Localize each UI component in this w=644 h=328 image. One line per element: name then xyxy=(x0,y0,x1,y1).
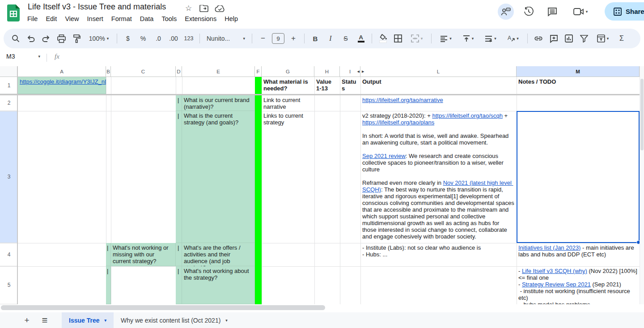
vertical-scrollbar-thumb[interactable] xyxy=(640,79,644,150)
cell-C4[interactable]: What's not working or missing with our c… xyxy=(111,243,176,266)
cell-D5[interactable]: | xyxy=(176,266,182,304)
last-edit-icon[interactable] xyxy=(498,4,514,20)
borders-button[interactable] xyxy=(391,32,405,45)
cell-E3[interactable]: What is the current strategy (and goals)… xyxy=(182,111,255,243)
column-header-D[interactable]: D xyxy=(176,66,182,77)
font-select[interactable]: Nunito... ▾ xyxy=(204,32,248,45)
row-header-1[interactable]: 1 xyxy=(0,77,18,94)
tab-why-we-exist[interactable]: Why we exist content list (Oct 2021) ▾ xyxy=(114,312,235,328)
menu-data[interactable]: Data xyxy=(136,14,158,24)
cell-E5[interactable]: What's not working about the strategy? xyxy=(182,266,255,304)
cell-L1[interactable]: Output xyxy=(360,77,517,94)
cell-link[interactable]: Strategy Review Sep 2021 xyxy=(522,281,591,288)
sheets-logo-icon[interactable] xyxy=(7,4,20,21)
cell-D2[interactable]: | xyxy=(176,95,182,111)
cell-link[interactable]: Sep 2021 review xyxy=(362,153,406,159)
cell-M4[interactable]: Initiatives list (Jan 2023) - main initi… xyxy=(517,243,640,266)
cell-E4[interactable]: What's are the offers / activities and t… xyxy=(182,243,255,266)
column-header-A[interactable]: A xyxy=(18,66,106,77)
row-header-2[interactable]: 2 xyxy=(0,95,18,111)
row-header-4[interactable]: 4 xyxy=(0,243,18,266)
horizontal-scrollbar-thumb[interactable] xyxy=(1,305,325,310)
column-header-C[interactable]: C xyxy=(111,66,176,77)
format-currency-button[interactable]: $ xyxy=(121,32,135,45)
cell-link[interactable]: Initiatives list (Jan 2023) xyxy=(518,244,580,251)
insert-link-icon[interactable] xyxy=(532,32,545,45)
cell-L4[interactable]: - Institute (Labs): not so clear who aud… xyxy=(360,243,517,266)
select-all-corner[interactable] xyxy=(0,66,18,77)
decrease-decimal-button[interactable]: .0 xyxy=(152,32,165,45)
document-title[interactable]: Life Itself v3 - Issue Tree and material… xyxy=(28,2,166,12)
column-header-H[interactable]: H xyxy=(314,66,340,77)
tab-issue-tree[interactable]: Issue Tree ▾ xyxy=(62,312,114,328)
horizontal-align-button[interactable]: ▾ xyxy=(436,32,456,45)
column-header-B[interactable]: B xyxy=(106,66,111,77)
search-icon[interactable] xyxy=(9,32,22,45)
cell-G2[interactable]: Link to current narrative xyxy=(262,95,314,111)
column-header-M[interactable]: M xyxy=(517,66,640,77)
menu-tools[interactable]: Tools xyxy=(157,14,181,24)
cell-G1[interactable]: What material is needed? xyxy=(262,77,314,94)
insert-comment-icon[interactable] xyxy=(547,32,560,45)
cell-L3[interactable]: v2 strategy (2018-2020): + https://lifei… xyxy=(360,111,517,243)
text-rotation-button[interactable]: A ▾ xyxy=(503,32,523,45)
formula-input[interactable] xyxy=(67,53,635,63)
menu-file[interactable]: File xyxy=(23,14,42,24)
cell-B5[interactable]: | xyxy=(106,266,111,304)
comments-icon[interactable] xyxy=(544,4,560,20)
more-formats-button[interactable]: 123 xyxy=(182,32,195,45)
menu-view[interactable]: View xyxy=(61,14,83,24)
cell-G3[interactable]: Links to current strategy xyxy=(262,111,314,243)
bold-button[interactable]: B xyxy=(309,32,322,45)
increase-font-size-button[interactable]: + xyxy=(287,32,300,45)
cell-L2[interactable]: https://lifeitself.org/tao/narrative xyxy=(360,95,517,111)
cloud-status-icon[interactable] xyxy=(215,5,225,13)
column-F-highlight[interactable] xyxy=(255,77,262,304)
undo-icon[interactable] xyxy=(24,32,38,45)
version-history-icon[interactable] xyxy=(521,4,537,20)
cell-link[interactable]: https://lifeitself.org/tao/plans xyxy=(362,119,434,126)
functions-button[interactable]: Σ xyxy=(615,32,628,45)
cell-E2[interactable]: What is our current brand (narrative)? xyxy=(182,95,255,111)
filter-views-button[interactable]: ▾ xyxy=(593,32,613,45)
menu-help[interactable]: Help xyxy=(220,14,242,24)
cell-H1[interactable]: Value 1-13 xyxy=(314,77,340,94)
meet-camera-button[interactable]: ▾ xyxy=(569,4,592,20)
cell-I1[interactable]: Status xyxy=(340,77,360,94)
add-sheet-button[interactable]: + xyxy=(18,312,36,328)
column-header-E[interactable]: E xyxy=(182,66,255,77)
cell-link[interactable]: https://lifeitself.org/tao/scqh xyxy=(432,112,503,119)
decrease-font-size-button[interactable]: − xyxy=(256,32,270,45)
cell-A1-link[interactable]: https://coggle.it/diagram/Y3IJZ_nDY3 xyxy=(20,78,106,85)
create-filter-icon[interactable] xyxy=(577,32,591,45)
increase-decimal-button[interactable]: .00 xyxy=(167,32,180,45)
text-color-button[interactable]: A xyxy=(354,32,368,45)
font-size-input[interactable]: 9 xyxy=(271,32,285,45)
strikethrough-button[interactable]: S xyxy=(339,32,352,45)
menu-format[interactable]: Format xyxy=(107,14,136,24)
column-header-G[interactable]: G xyxy=(262,66,314,77)
all-sheets-icon[interactable]: ≡ xyxy=(36,312,54,328)
cell-M1[interactable]: Notes / TODO xyxy=(517,77,640,94)
fill-color-button[interactable] xyxy=(376,32,390,45)
cell-B4[interactable]: | xyxy=(106,243,111,266)
frozen-row-divider[interactable] xyxy=(0,94,640,95)
column-header-F[interactable]: F xyxy=(255,66,262,77)
row-header-5[interactable]: 5 xyxy=(0,266,18,304)
zoom-select[interactable]: 100% ▾ xyxy=(85,32,113,45)
collapse-hidden-columns-icon[interactable]: ◀ xyxy=(357,70,360,73)
cell-D4[interactable]: | xyxy=(176,243,182,266)
move-folder-icon[interactable] xyxy=(199,5,208,12)
redo-icon[interactable] xyxy=(39,32,53,45)
menu-extensions[interactable]: Extensions xyxy=(181,14,220,24)
paint-format-icon[interactable] xyxy=(70,32,83,45)
cell-link[interactable]: Life Itself v3 SCQH (why) xyxy=(522,268,587,274)
cell-M5[interactable]: - Life Itself v3 SCQH (why) (Nov 2022) [… xyxy=(517,266,640,304)
row-header-3[interactable]: 3 xyxy=(0,111,18,243)
name-box[interactable]: M3 ▾ xyxy=(6,53,40,60)
cell-D3[interactable]: | xyxy=(176,111,182,243)
star-icon[interactable]: ☆ xyxy=(185,4,192,13)
insert-chart-icon[interactable] xyxy=(562,32,576,45)
column-header-I[interactable]: I ◀ xyxy=(340,66,360,77)
share-button[interactable]: Share xyxy=(605,2,644,21)
